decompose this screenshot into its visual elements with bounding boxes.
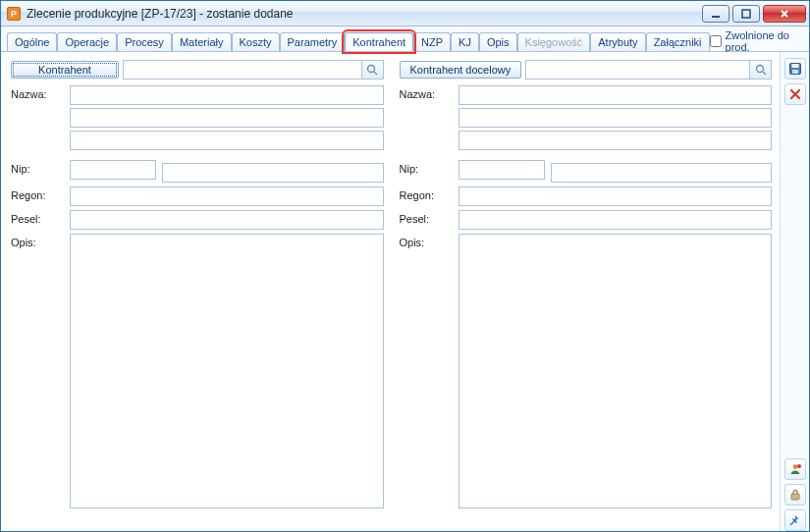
kontrahent-docelowy-lookup-search-icon[interactable] <box>750 60 772 80</box>
maximize-button[interactable] <box>732 5 760 23</box>
minimize-button[interactable] <box>702 5 729 23</box>
release-checkbox-label: Zwolnione do prod. <box>726 29 799 53</box>
pesel-left[interactable] <box>70 210 384 230</box>
label-regon-left: Regon: <box>11 186 70 201</box>
right-toolbar <box>780 52 809 531</box>
nazwa3-right[interactable] <box>459 131 773 150</box>
nazwa2-right[interactable] <box>459 108 773 128</box>
regon-left[interactable] <box>70 186 384 206</box>
nazwa2-left[interactable] <box>70 108 384 128</box>
tab-kj[interactable]: KJ <box>451 32 479 51</box>
tab-ksiegowosc: Księgowość <box>517 32 591 51</box>
nazwa1-left[interactable] <box>70 85 384 105</box>
release-checkbox-input[interactable] <box>710 35 722 47</box>
panel-kontrahent-docelowy: Kontrahent docelowy Nazwa: <box>400 60 773 523</box>
delete-button[interactable] <box>784 83 806 105</box>
kontrahent-lookup-input[interactable] <box>123 60 362 80</box>
tab-kontrahent[interactable]: Kontrahent <box>345 32 413 51</box>
label-nip-left: Nip: <box>11 160 70 175</box>
close-button[interactable] <box>763 5 806 23</box>
svg-rect-4 <box>791 64 798 68</box>
pesel-right[interactable] <box>459 210 773 230</box>
label-nazwa-left: Nazwa: <box>11 85 70 100</box>
tab-bar: Ogólne Operacje Procesy Materiały Koszty… <box>1 27 809 52</box>
kontrahent-docelowy-button[interactable]: Kontrahent docelowy <box>400 61 522 79</box>
svg-rect-5 <box>792 70 798 74</box>
opis-right[interactable] <box>459 234 773 508</box>
tab-zalaczniki[interactable]: Załączniki <box>646 32 710 51</box>
nazwa3-left[interactable] <box>70 131 384 150</box>
kontrahent-docelowy-lookup-input[interactable] <box>525 60 750 80</box>
tab-materialy[interactable]: Materiały <box>172 32 232 51</box>
label-opis-right: Opis: <box>400 234 459 248</box>
svg-point-1 <box>368 66 375 73</box>
svg-rect-0 <box>742 10 750 18</box>
label-nip-right: Nip: <box>400 160 459 175</box>
save-button[interactable] <box>784 58 806 80</box>
label-nazwa-right: Nazwa: <box>400 85 459 100</box>
tab-ogolne[interactable]: Ogólne <box>7 32 57 51</box>
titlebar: P Zlecenie produkcyjne [ZP-17/23] - zost… <box>1 1 809 27</box>
nip-prefix-left[interactable] <box>70 160 156 180</box>
label-pesel-left: Pesel: <box>11 210 70 225</box>
pin-button[interactable] <box>784 509 806 531</box>
tab-koszty[interactable]: Koszty <box>232 32 280 51</box>
panel-kontrahent: Kontrahent Nazwa: <box>11 60 384 523</box>
label-opis-left: Opis: <box>11 234 70 248</box>
tab-opis[interactable]: Opis <box>479 32 517 51</box>
tab-parametry[interactable]: Parametry <box>280 32 346 51</box>
svg-rect-8 <box>791 494 799 500</box>
delete-icon <box>788 87 802 101</box>
assign-button[interactable] <box>784 458 806 480</box>
nip-left[interactable] <box>162 163 384 183</box>
app-icon: P <box>7 7 21 21</box>
kontrahent-button[interactable]: Kontrahent <box>11 61 119 79</box>
regon-right[interactable] <box>459 186 773 206</box>
release-checkbox[interactable]: Zwolnione do prod. <box>710 29 803 53</box>
nazwa1-right[interactable] <box>459 85 773 105</box>
pin-icon <box>788 513 802 527</box>
lock-button[interactable] <box>784 484 806 505</box>
nip-prefix-right[interactable] <box>459 160 545 180</box>
opis-left[interactable] <box>70 234 384 508</box>
svg-point-6 <box>792 464 797 469</box>
label-regon-right: Regon: <box>400 186 459 201</box>
svg-point-7 <box>797 464 801 468</box>
tab-nzp[interactable]: NZP <box>413 32 451 51</box>
lock-icon <box>788 488 802 502</box>
window-title: Zlecenie produkcyjne [ZP-17/23] - zostan… <box>27 7 699 21</box>
svg-point-2 <box>756 66 763 73</box>
person-icon <box>788 462 802 476</box>
nip-right[interactable] <box>551 163 773 183</box>
kontrahent-lookup-search-icon[interactable] <box>362 60 384 80</box>
save-icon <box>788 62 802 76</box>
tab-operacje[interactable]: Operacje <box>57 32 117 51</box>
label-pesel-right: Pesel: <box>400 210 459 225</box>
tab-procesy[interactable]: Procesy <box>117 32 172 51</box>
tab-atrybuty[interactable]: Atrybuty <box>590 32 645 51</box>
